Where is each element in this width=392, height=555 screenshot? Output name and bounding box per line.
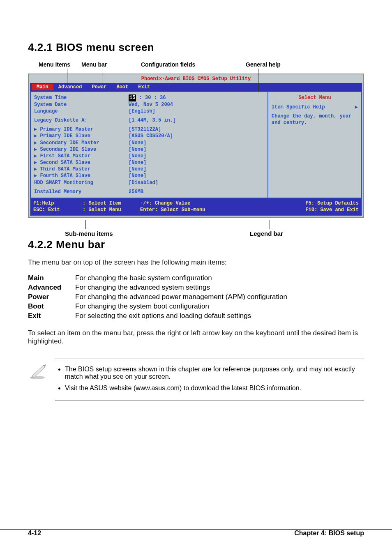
- help-subtitle: Item Specific Help▶: [272, 104, 358, 111]
- submenu-item[interactable]: ▶ Secondary IDE Slave: [34, 146, 116, 153]
- def-desc: For changing the advanced power manageme…: [75, 293, 364, 301]
- submenu-item[interactable]: ▶ Third SATA Master: [34, 166, 116, 173]
- def-term-main: Main: [28, 274, 75, 282]
- field-label: HDD SMART Monitoring: [34, 180, 116, 186]
- label-submenu-items: Sub-menu items: [65, 230, 113, 237]
- field-label: System Date: [34, 101, 116, 108]
- arrow-icon: ▶: [34, 127, 40, 132]
- legend-save-exit: F10: Save and Exit: [239, 207, 359, 213]
- label-menuitems: Menu items: [39, 61, 70, 68]
- field-value[interactable]: [Disabled]: [116, 180, 264, 186]
- bios-title: Phoenix-Award BIOS CMOS Setup Utility: [30, 76, 362, 83]
- arrow-icon: ▶: [34, 133, 40, 139]
- field-label: System Time: [34, 94, 116, 101]
- legend-esc: ESC: Exit: [33, 207, 83, 213]
- legend-select-submenu: Enter: Select Sub-menu: [140, 207, 239, 213]
- field-value: [ASUS CDS520/A]: [116, 133, 264, 139]
- field-value[interactable]: 15 : 30 : 36: [116, 94, 264, 101]
- field-label: Installed Memory: [34, 189, 116, 195]
- def-term-power: Power: [28, 293, 75, 301]
- label-menubar: Menu bar: [81, 61, 107, 68]
- field-label: Third SATA Master: [40, 166, 90, 172]
- legend-select-menu: : Select Menu: [83, 207, 140, 213]
- heading-421: 4.2.1 BIOS menu screen: [28, 41, 364, 54]
- field-value: [None]: [116, 153, 264, 159]
- field-label: Secondary IDE Slave: [40, 147, 96, 152]
- pointer-line: [85, 220, 86, 229]
- legend-setup-defaults: F5: Setup Defaults: [239, 200, 359, 207]
- legend-f1: F1:Help: [33, 200, 83, 207]
- time-hour-selected[interactable]: 15: [129, 94, 136, 101]
- pointer-line: [170, 69, 170, 90]
- time-rest: : 30 : 36: [136, 95, 166, 101]
- field-value[interactable]: [1.44M, 3.5 in.]: [116, 117, 264, 124]
- def-desc: For changing the basic system configurat…: [75, 274, 364, 282]
- chapter-title: Chapter 4: BIOS setup: [294, 530, 364, 541]
- field-value: [None]: [116, 146, 264, 153]
- bios-top-labels: Menu items Menu bar Configuration fields…: [28, 61, 364, 72]
- def-term-advanced: Advanced: [28, 283, 75, 292]
- field-label: Second SATA Slave: [40, 160, 90, 166]
- select-instruction: To select an item on the menu bar, press…: [28, 329, 364, 345]
- heading-422: 4.2.2 Menu bar: [28, 238, 364, 251]
- def-desc: For changing the advanced system setting…: [75, 283, 364, 292]
- field-value: [None]: [116, 159, 264, 166]
- help-text: Change the day, month, year and century.: [272, 113, 358, 126]
- bios-legend-bar: F1:HelpESC: Exit : Select Item: Select M…: [30, 198, 362, 216]
- pointer-line: [67, 69, 67, 85]
- def-desc: For selecting the exit options and loadi…: [75, 312, 364, 320]
- bios-tab-boot[interactable]: Boot: [111, 84, 133, 90]
- submenu-item[interactable]: ▶ Second SATA Slave: [34, 159, 116, 166]
- submenu-item[interactable]: ▶ Secondary IDE Master: [34, 140, 116, 146]
- note-box: The BIOS setup screens shown in this cha…: [28, 359, 364, 401]
- field-value: 256MB: [116, 189, 264, 195]
- arrow-icon: ▶: [34, 160, 40, 166]
- bios-tab-exit[interactable]: Exit: [133, 84, 155, 90]
- page-footer: 4-12 Chapter 4: BIOS setup: [0, 530, 392, 541]
- bios-tab-advanced[interactable]: Advanced: [53, 84, 87, 90]
- bios-help-panel: Select Menu Item Specific Help▶ Change t…: [267, 91, 362, 198]
- field-value: [None]: [116, 140, 264, 146]
- field-value: [None]: [116, 166, 264, 173]
- bios-tab-power[interactable]: Power: [87, 84, 111, 90]
- pointer-line: [270, 220, 270, 229]
- bios-bottom-labels: Sub-menu items Legend bar: [28, 220, 364, 238]
- submenu-item[interactable]: ▶ First SATA Master: [34, 153, 116, 159]
- pointer-line: [258, 69, 258, 92]
- pointer-line: [102, 69, 102, 83]
- def-term-exit: Exit: [28, 312, 75, 320]
- submenu-item[interactable]: ▶ Primary IDE Slave: [34, 133, 116, 139]
- submenu-item[interactable]: ▶ Fourth SATA Slave: [34, 173, 116, 179]
- def-desc: For changing the system boot configurati…: [75, 302, 364, 311]
- arrow-icon: ▶: [34, 173, 40, 179]
- note-item: Visit the ASUS website (www.asus.com) to…: [65, 385, 362, 392]
- def-term-boot: Boot: [28, 302, 75, 311]
- note-item: The BIOS setup screens shown in this cha…: [65, 366, 362, 380]
- bios-left-panel: System Time15 : 30 : 36 System DateWed, …: [30, 91, 267, 198]
- arrow-icon: ▶: [34, 153, 40, 159]
- arrow-icon: ▶: [34, 147, 40, 152]
- arrow-icon: ▶: [34, 140, 40, 146]
- arrow-icon: ▶: [355, 104, 358, 111]
- field-value: [ST321122A]: [116, 126, 264, 133]
- field-value[interactable]: [English]: [116, 108, 264, 115]
- help-title: Select Menu: [272, 94, 358, 101]
- bios-screenshot: Phoenix-Award BIOS CMOS Setup Utility Ma…: [28, 74, 364, 218]
- field-label: Legacy Diskette A:: [34, 117, 116, 124]
- legend-change-value: -/+: Change Value: [140, 200, 239, 207]
- field-label: Primary IDE Master: [40, 127, 93, 132]
- field-label: Language: [34, 108, 116, 115]
- field-label: Primary IDE Slave: [40, 133, 90, 139]
- menubar-intro: The menu bar on top of the screen has th…: [28, 258, 364, 267]
- label-config: Configuration fields: [141, 61, 195, 68]
- bios-tab-main[interactable]: Main: [32, 84, 53, 90]
- field-label: First SATA Master: [40, 153, 90, 159]
- legend-select-item: : Select Item: [83, 200, 140, 207]
- page-number: 4-12: [28, 530, 41, 541]
- arrow-icon: ▶: [34, 166, 40, 172]
- submenu-item[interactable]: ▶ Primary IDE Master: [34, 126, 116, 133]
- note-icon: [28, 359, 47, 382]
- label-general: General help: [246, 61, 281, 68]
- field-label: Secondary IDE Master: [40, 140, 99, 146]
- field-value[interactable]: Wed, Nov 5 2004: [116, 101, 264, 108]
